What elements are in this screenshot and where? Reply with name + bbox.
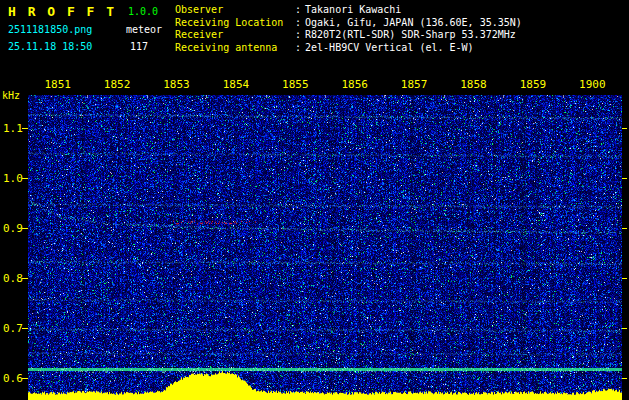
freq-tick-mark xyxy=(622,128,627,129)
info-row-location: Receiving Location:Ogaki, Gifu, JAPAN (1… xyxy=(175,17,522,30)
info-value: Ogaki, Gifu, JAPAN (136.60E, 35.35N) xyxy=(305,17,522,28)
freq-tick-mark xyxy=(22,228,28,229)
freq-tick-mark xyxy=(22,278,28,279)
app-title: H R O F F T xyxy=(8,4,116,19)
time-tick-label: 1855 xyxy=(282,78,309,91)
info-colon: : xyxy=(295,4,305,15)
time-tick-label: 1853 xyxy=(163,78,190,91)
freq-tick-mark xyxy=(22,378,28,379)
output-filename: 2511181850.png xyxy=(8,24,92,35)
time-tick-label: 1852 xyxy=(104,78,131,91)
time-tick-label: 1857 xyxy=(401,78,428,91)
time-tick-label: 1900 xyxy=(579,78,606,91)
hrofft-screen: H R O F F T 1.0.0 2511181850.png meteor … xyxy=(0,0,629,400)
freq-tick-mark xyxy=(622,228,627,229)
freq-tick-mark xyxy=(22,328,28,329)
info-row-observer: Observer:Takanori Kawachi xyxy=(175,4,522,17)
freq-tick-mark xyxy=(622,328,627,329)
info-value: R820T2(RTL-SDR) SDR-Sharp 53.372MHz xyxy=(305,29,516,40)
time-tick-label: 1854 xyxy=(223,78,250,91)
freq-tick-mark xyxy=(622,378,627,379)
freq-tick-mark xyxy=(22,128,28,129)
info-label: Receiver xyxy=(175,29,295,42)
info-value: Takanori Kawachi xyxy=(305,4,401,15)
freq-tick-mark xyxy=(22,178,28,179)
info-row-antenna: Receiving antenna:2el-HB9CV Vertical (el… xyxy=(175,42,522,55)
info-colon: : xyxy=(295,29,305,40)
time-tick-label: 1859 xyxy=(520,78,547,91)
info-label: Receiving antenna xyxy=(175,42,295,55)
info-colon: : xyxy=(295,42,305,53)
freq-tick-mark xyxy=(622,278,627,279)
time-tick-label: 1851 xyxy=(44,78,71,91)
datetime-label: 25.11.18 18:50 xyxy=(8,41,92,52)
time-tick-label: 1858 xyxy=(460,78,487,91)
observation-info: Observer:Takanori Kawachi Receiving Loca… xyxy=(175,4,522,54)
freq-tick-mark xyxy=(622,178,627,179)
time-tick-label: 1856 xyxy=(341,78,368,91)
info-colon: : xyxy=(295,17,305,28)
info-value: 2el-HB9CV Vertical (el. E-W) xyxy=(305,42,474,53)
info-label: Receiving Location xyxy=(175,17,295,30)
app-version: 1.0.0 xyxy=(128,6,158,17)
info-row-receiver: Receiver:R820T2(RTL-SDR) SDR-Sharp 53.37… xyxy=(175,29,522,42)
spectrogram-canvas xyxy=(28,95,622,400)
echo-count: 117 xyxy=(130,41,148,52)
mode-label: meteor xyxy=(126,24,162,35)
freq-axis-unit: kHz xyxy=(2,90,20,101)
info-label: Observer xyxy=(175,4,295,17)
